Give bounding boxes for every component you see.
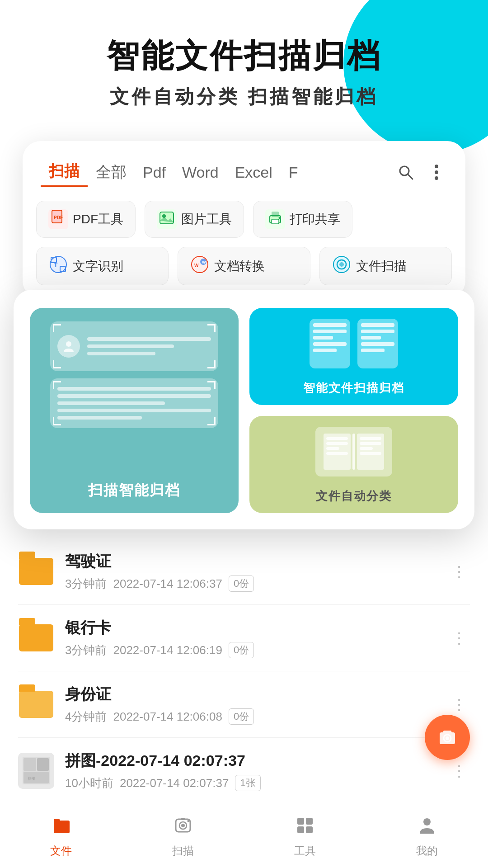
tool-convert-label: 文档转换: [214, 258, 265, 275]
doc-icon-2: [357, 319, 398, 368]
svg-text:W: W: [194, 263, 199, 268]
tool-filescan[interactable]: 文件扫描: [319, 247, 452, 285]
two-docs: [310, 319, 398, 368]
folder-icon-3: [18, 689, 54, 720]
tabs-row: 扫描 全部 Pdf Word Excel F: [36, 157, 452, 187]
file-name-3: 身份证: [65, 684, 437, 705]
folder-icon-1: [18, 556, 54, 587]
nav-tools-label: 工具: [294, 844, 316, 858]
tab-word[interactable]: Word: [174, 160, 227, 185]
file-more-2[interactable]: ⋮: [448, 627, 470, 649]
svg-text:W: W: [202, 260, 206, 264]
file-item-yinhangka[interactable]: 银行卡 3分钟前 2022-07-14 12:06:19 0份 ⋮: [18, 605, 470, 671]
svg-text:PDF: PDF: [54, 215, 63, 220]
book-icon: [315, 427, 392, 476]
tab-pdf[interactable]: Pdf: [135, 160, 174, 185]
nav-files[interactable]: 文件: [0, 805, 122, 868]
svg-point-42: [423, 818, 431, 826]
file-meta-4: 10小时前 2022-07-14 02:07:37 1张: [65, 775, 437, 791]
nav-mine-icon: [417, 816, 437, 840]
svg-point-14: [50, 256, 66, 273]
nav-mine-label: 我的: [416, 844, 438, 858]
file-meta-1: 3分钟前 2022-07-14 12:06:37 0份: [65, 576, 437, 592]
tool-pdf[interactable]: PDF PDF工具: [36, 201, 136, 238]
svg-rect-40: [297, 826, 304, 833]
file-item-jiashizheng[interactable]: 驾驶证 3分钟前 2022-07-14 12:06:37 0份 ⋮: [18, 538, 470, 605]
file-more-4[interactable]: ⋮: [448, 760, 470, 782]
svg-point-35: [181, 824, 185, 827]
sub-title: 文件自动分类 扫描智能归档: [27, 84, 461, 109]
tab-excel[interactable]: Excel: [227, 160, 281, 185]
svg-point-25: [66, 341, 71, 347]
tool-filescan-label: 文件扫描: [356, 258, 407, 275]
tool-img[interactable]: 图片工具: [145, 201, 244, 238]
tool-img-label: 图片工具: [181, 211, 232, 228]
file-more-3[interactable]: ⋮: [448, 693, 470, 715]
nav-files-icon: [51, 816, 71, 840]
tab-scan[interactable]: 扫描: [41, 157, 88, 187]
doc-icon-1: [310, 319, 350, 368]
tool-text[interactable]: T 文字识别: [36, 247, 169, 285]
tab-all[interactable]: 全部: [88, 158, 135, 186]
file-info-1: 驾驶证 3分钟前 2022-07-14 12:06:37 0份: [65, 551, 437, 592]
svg-rect-38: [297, 818, 304, 825]
svg-rect-41: [306, 826, 313, 833]
file-thumb-1: 拼图: [18, 753, 54, 789]
tool-print[interactable]: 打印共享: [253, 201, 352, 238]
file-name-1: 驾驶证: [65, 551, 437, 572]
file-name-4: 拼图-2022-07-14 02:07:37: [65, 750, 437, 771]
main-title: 智能文件扫描归档: [27, 36, 461, 75]
nav-scan[interactable]: 扫描: [122, 805, 244, 868]
tools-row-1: PDF PDF工具 图片工具: [36, 201, 452, 238]
img-icon: [157, 209, 177, 229]
svg-point-4: [435, 176, 438, 180]
search-button[interactable]: [395, 161, 417, 183]
tool-convert[interactable]: W W 文档转换: [178, 247, 310, 285]
id-card-illus: [50, 321, 219, 371]
feature-card-classify[interactable]: 文件自动分类: [249, 416, 458, 513]
svg-point-37: [188, 820, 190, 822]
svg-text:拼图: 拼图: [28, 777, 35, 781]
feature-label-scan: 扫描智能归档: [88, 481, 180, 500]
nav-scan-icon: [173, 816, 193, 840]
print-icon: [265, 209, 285, 229]
nav-files-label: 文件: [50, 844, 72, 858]
fab-camera-button[interactable]: [425, 715, 470, 760]
feature-card-smart-scan[interactable]: 智能文件扫描归档: [249, 308, 458, 405]
file-list-wrapper: 驾驶证 3分钟前 2022-07-14 12:06:37 0份 ⋮ 银行卡: [0, 538, 488, 804]
nav-tools[interactable]: 工具: [244, 805, 366, 868]
more-menu-button[interactable]: [426, 161, 447, 183]
file-item-shenfenzheng[interactable]: 身份证 4分钟前 2022-07-14 12:06:08 0份 ⋮: [18, 671, 470, 738]
pdf-icon: PDF: [48, 209, 68, 229]
svg-point-2: [435, 165, 438, 168]
feature-card-scan[interactable]: 扫描智能归档: [30, 308, 239, 513]
tools-row-2: T 文字识别 W W 文档转换: [36, 247, 452, 285]
svg-line-1: [408, 175, 413, 179]
svg-point-27: [446, 736, 449, 740]
file-meta-3: 4分钟前 2022-07-14 12:06:08 0份: [65, 708, 437, 725]
feature-popup: 扫描智能归档: [14, 290, 474, 529]
feature-grid: 扫描智能归档: [30, 308, 458, 513]
feature-label-smart: 智能文件扫描归档: [303, 380, 404, 396]
file-info-4: 拼图-2022-07-14 02:07:37 10小时前 2022-07-14 …: [65, 750, 437, 791]
nav-mine[interactable]: 我的: [366, 805, 488, 868]
tabs-icons: [395, 161, 447, 183]
svg-rect-36: [181, 818, 185, 820]
nav-scan-label: 扫描: [172, 844, 194, 858]
file-item-pint[interactable]: 拼图 拼图-2022-07-14 02:07:37 10小时前 2022-07-…: [18, 738, 470, 804]
file-more-1[interactable]: ⋮: [448, 561, 470, 582]
doc-illus: [50, 378, 219, 428]
svg-rect-11: [272, 212, 279, 217]
svg-point-13: [279, 217, 281, 219]
svg-point-9: [162, 214, 166, 218]
header-section: 智能文件扫描归档 文件自动分类 扫描智能归档: [0, 0, 488, 127]
tool-print-label: 打印共享: [290, 211, 340, 228]
file-meta-2: 3分钟前 2022-07-14 12:06:19 0份: [65, 642, 437, 658]
person-silhouette: [57, 335, 80, 358]
scan-illustrations: [41, 321, 228, 428]
tab-f[interactable]: F: [281, 160, 306, 185]
svg-rect-29: [23, 758, 36, 771]
app-card: 扫描 全部 Pdf Word Excel F: [23, 141, 465, 299]
file-info-3: 身份证 4分钟前 2022-07-14 12:06:08 0份: [65, 684, 437, 725]
file-info-2: 银行卡 3分钟前 2022-07-14 12:06:19 0份: [65, 618, 437, 658]
